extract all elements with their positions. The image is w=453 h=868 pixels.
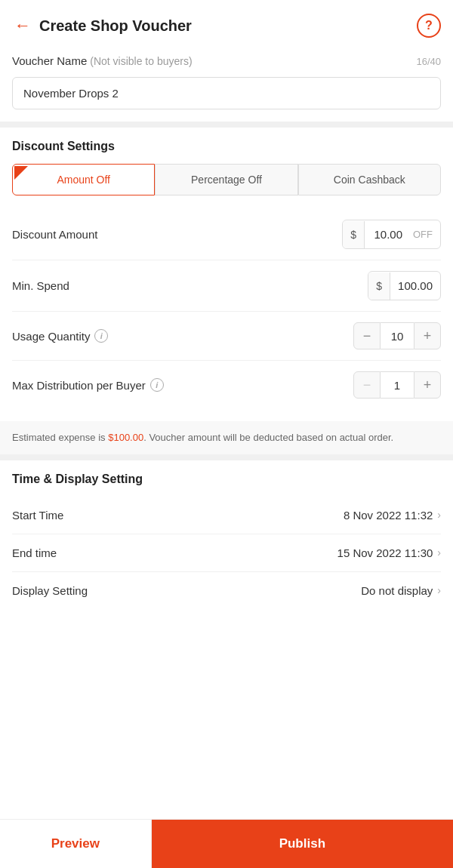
- max-distribution-stepper: − 1 +: [353, 371, 441, 399]
- min-spend-currency: $: [368, 272, 390, 300]
- usage-quantity-row: Usage Quantity i − 10 +: [12, 312, 441, 361]
- end-time-chevron-icon: ›: [437, 546, 441, 559]
- max-distribution-info-icon[interactable]: i: [150, 378, 164, 392]
- usage-quantity-info-icon[interactable]: i: [94, 329, 108, 343]
- start-time-value: 8 Nov 2022 11:32: [344, 509, 433, 522]
- max-distribution-row: Max Distribution per Buyer i − 1 +: [12, 361, 441, 409]
- display-setting-chevron-icon: ›: [437, 584, 441, 596]
- start-time-value-wrapper: 8 Nov 2022 11:32 ›: [344, 509, 441, 522]
- time-display-section: Time & Display Setting Start Time 8 Nov …: [0, 454, 453, 621]
- discount-tabs: Amount Off Percentage Off Coin Cashback: [12, 164, 441, 195]
- voucher-name-label: Voucher Name(Not visible to buyers): [12, 54, 193, 68]
- help-icon: ?: [425, 19, 433, 32]
- discount-settings-title: Discount Settings: [12, 140, 441, 153]
- min-spend-input[interactable]: $ 100.00: [368, 271, 441, 300]
- header: ← Create Shop Voucher ?: [0, 0, 453, 51]
- start-time-label: Start Time: [12, 509, 63, 522]
- max-distribution-increment[interactable]: +: [414, 371, 441, 399]
- end-time-label: End time: [12, 546, 57, 559]
- publish-button[interactable]: Publish: [152, 820, 453, 868]
- max-distribution-label: Max Distribution per Buyer i: [12, 378, 164, 392]
- tab-percentage-off[interactable]: Percentage Off: [155, 164, 297, 195]
- discount-amount-input[interactable]: $ 10.00 OFF: [342, 220, 441, 249]
- off-label: OFF: [410, 221, 440, 248]
- end-time-value: 15 Nov 2022 11:30: [337, 546, 433, 559]
- back-arrow-icon: ←: [14, 17, 31, 34]
- screen: ← Create Shop Voucher ? Voucher Name(Not…: [0, 0, 453, 868]
- usage-quantity-decrement[interactable]: −: [353, 322, 381, 349]
- currency-symbol: $: [343, 221, 365, 248]
- discount-amount-label: Discount Amount: [12, 228, 97, 241]
- voucher-name-field-row: Voucher Name(Not visible to buyers) 16/4…: [12, 54, 441, 68]
- display-setting-value-wrapper: Do not display ›: [361, 584, 441, 597]
- min-spend-row: Min. Spend $ 100.00: [12, 260, 441, 312]
- max-distribution-value: 1: [381, 371, 414, 399]
- end-time-value-wrapper: 15 Nov 2022 11:30 ›: [337, 546, 441, 559]
- expense-amount: $100.00: [108, 432, 143, 443]
- back-button[interactable]: ←: [9, 12, 36, 39]
- usage-quantity-increment[interactable]: +: [414, 322, 441, 349]
- start-time-chevron-icon: ›: [437, 509, 441, 521]
- voucher-name-section: Voucher Name(Not visible to buyers) 16/4…: [0, 51, 453, 122]
- display-setting-label: Display Setting: [12, 584, 88, 597]
- discount-amount-row: Discount Amount $ 10.00 OFF: [12, 209, 441, 260]
- discount-amount-value: 10.00: [365, 220, 410, 248]
- expense-banner: Estimated expense is $100.00. Voucher am…: [0, 421, 453, 454]
- char-count: 16/40: [416, 56, 441, 67]
- help-button[interactable]: ?: [417, 14, 441, 38]
- page-title: Create Shop Voucher: [39, 17, 417, 35]
- start-time-row[interactable]: Start Time 8 Nov 2022 11:32 ›: [12, 497, 441, 534]
- preview-button[interactable]: Preview: [0, 820, 152, 868]
- end-time-row[interactable]: End time 15 Nov 2022 11:30 ›: [12, 534, 441, 572]
- display-setting-value: Do not display: [361, 584, 433, 597]
- display-setting-row[interactable]: Display Setting Do not display ›: [12, 572, 441, 609]
- min-spend-label: Min. Spend: [12, 279, 69, 292]
- tab-amount-off[interactable]: Amount Off: [12, 164, 155, 195]
- check-icon: [14, 166, 28, 180]
- bottom-buttons: Preview Publish: [0, 819, 453, 868]
- min-spend-value: 100.00: [390, 272, 440, 300]
- discount-settings-section: Discount Settings Amount Off Percentage …: [0, 122, 453, 421]
- usage-quantity-stepper: − 10 +: [353, 322, 441, 349]
- voucher-name-input[interactable]: [12, 77, 441, 109]
- usage-quantity-label: Usage Quantity i: [12, 329, 108, 343]
- max-distribution-decrement[interactable]: −: [353, 371, 381, 399]
- time-display-title: Time & Display Setting: [12, 472, 441, 486]
- tab-coin-cashback[interactable]: Coin Cashback: [298, 164, 441, 195]
- usage-quantity-value: 10: [381, 322, 414, 349]
